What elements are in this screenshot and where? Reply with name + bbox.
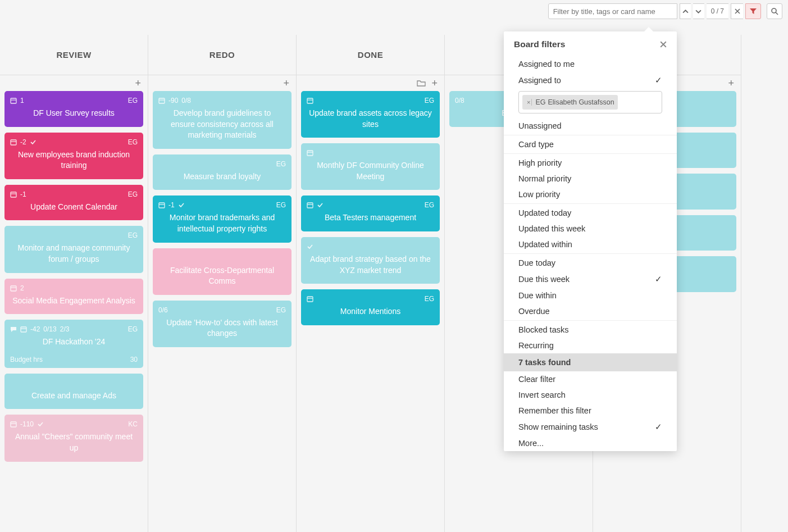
svg-rect-10 (307, 151, 313, 156)
filter-normal-priority[interactable]: Normal priority (504, 171, 677, 187)
filter-updated-today[interactable]: Updated today (504, 205, 677, 221)
archive-button[interactable] (417, 79, 426, 87)
card-title: Monitor and manage community forum / gro… (10, 240, 138, 268)
kanban-card[interactable]: -900/8Develop brand guidelines to ensure… (153, 91, 291, 149)
board-filter-button[interactable] (745, 3, 761, 19)
filter-invert[interactable]: Invert search (504, 387, 677, 403)
svg-point-0 (772, 8, 776, 13)
filter-icon (749, 7, 757, 15)
card-fraction: 2/3 (60, 325, 70, 333)
comment-icon (10, 326, 17, 333)
card-title: Update Conent Calendar (10, 199, 138, 216)
card-title: DF Hackathon '24 (10, 334, 138, 351)
search-button[interactable] (767, 3, 782, 19)
kanban-card[interactable]: -1EGUpdate Conent Calendar (4, 185, 143, 221)
kanban-card[interactable]: EGUpdate brand assets across legacy site… (301, 91, 440, 138)
chevron-down-icon (695, 8, 702, 15)
card-due: -90 (168, 97, 178, 104)
add-card-button[interactable]: + (135, 78, 141, 89)
card-progress: 0/8 (181, 97, 191, 104)
filter-next-button[interactable] (693, 3, 704, 19)
svg-rect-3 (11, 192, 16, 197)
filter-recurring[interactable]: Recurring (504, 338, 677, 353)
filter-low-priority[interactable]: Low priority (504, 187, 677, 202)
assigned-to-chip-input[interactable]: × EG Elisabeth Gustafsson (518, 91, 662, 113)
filter-overdue[interactable]: Overdue (504, 303, 677, 319)
chip-remove-button[interactable]: × (526, 99, 532, 106)
kanban-card[interactable]: 0/6EGUpdate 'How-to' docs with latest ch… (153, 301, 291, 347)
card-assignee: EG (276, 306, 286, 314)
calendar-icon (10, 139, 17, 145)
kanban-card[interactable]: -2EGNew employees brand induction traini… (4, 133, 143, 179)
calendar-icon (158, 202, 165, 208)
kanban-card[interactable]: -420/132/3EGDF Hackathon '24Budget hrs30 (4, 320, 143, 368)
filter-high-priority[interactable]: High priority (504, 155, 677, 171)
filter-assigned-to-me[interactable]: Assigned to me (504, 56, 677, 72)
filter-card-type[interactable]: Card type (504, 137, 677, 152)
kanban-card[interactable]: 1EGDF User Survey results (4, 91, 143, 127)
card-assignee: EG (276, 201, 286, 209)
search-icon (771, 7, 778, 15)
calendar-icon (10, 285, 17, 292)
kanban-card[interactable]: Create and manage Ads (4, 374, 143, 410)
filter-show-remaining[interactable]: Show remaining tasks✓ (504, 419, 677, 435)
filter-remember[interactable]: Remember this filter (504, 403, 677, 419)
card-assignee: EG (128, 325, 138, 333)
calendar-icon (307, 202, 313, 208)
card-progress: 0/8 (455, 97, 464, 104)
filter-more[interactable]: More... (504, 435, 677, 451)
filter-assigned-to[interactable]: Assigned to✓ (504, 72, 677, 89)
close-icon (660, 41, 667, 48)
card-meta: -1EG (10, 189, 138, 199)
panel-title: Board filters (514, 39, 565, 49)
add-card-button[interactable]: + (728, 78, 734, 89)
card-due: 2 (20, 284, 24, 292)
kanban-card[interactable]: -110KCAnnual "Cheers" community meet up (4, 415, 143, 461)
kanban-card[interactable]: Adapt brand strategy based on the XYZ ma… (301, 237, 440, 284)
chevron-up-icon (682, 8, 689, 15)
card-assignee: EG (128, 97, 138, 104)
card-due: -1 (168, 201, 175, 209)
card-extra: Budget hrs30 (10, 351, 138, 363)
folder-icon (417, 79, 426, 87)
card-meta: EG (307, 96, 434, 106)
check-icon (307, 243, 313, 250)
filter-clear-button[interactable] (731, 3, 743, 19)
panel-close-button[interactable] (660, 41, 667, 48)
filter-updated-week[interactable]: Updated this week (504, 221, 677, 237)
card-meta: -420/132/3EG (10, 324, 138, 334)
filter-updated-within[interactable]: Updated within (504, 237, 677, 252)
card-title: Create and manage Ads (10, 388, 138, 405)
filter-due-today[interactable]: Due today (504, 255, 677, 271)
svg-rect-9 (307, 98, 313, 103)
filter-blocked[interactable]: Blocked tasks (504, 322, 677, 338)
card-meta: -110KC (10, 419, 138, 429)
column-actions: + (148, 75, 296, 91)
card-title: Annual "Cheers" community meet up (10, 429, 138, 457)
filter-clear[interactable]: Clear filter (504, 371, 677, 387)
calendar-icon (307, 149, 313, 156)
filter-prev-button[interactable] (680, 3, 691, 19)
card-meta (158, 253, 286, 263)
kanban-card[interactable]: EGMonitor Mentions (301, 289, 440, 325)
kanban-card[interactable]: -1EGMonitor brand trademarks and intelle… (153, 195, 291, 242)
kanban-card[interactable]: EGMeasure brand loyalty (153, 154, 291, 190)
add-card-button[interactable]: + (283, 78, 289, 89)
filter-input[interactable] (548, 3, 677, 19)
filter-due-week[interactable]: Due this week✓ (504, 271, 677, 288)
add-card-button[interactable]: + (431, 78, 438, 89)
check-icon (317, 202, 324, 208)
kanban-card[interactable]: Facilitate Cross-Departmental Comms (153, 248, 291, 295)
kanban-card[interactable]: EGBeta Testers management (301, 195, 440, 231)
filter-due-within[interactable]: Due within (504, 288, 677, 303)
card-title: DF User Survey results (10, 106, 138, 122)
filter-unassigned[interactable]: Unassigned (504, 118, 677, 134)
kanban-card[interactable]: 2Social Media Engagement Analysis (4, 279, 143, 315)
cards-container: -900/8Develop brand guidelines to ensure… (148, 91, 296, 358)
kanban-card[interactable]: EGMonitor and manage community forum / g… (4, 226, 143, 272)
calendar-icon (307, 97, 313, 104)
assigned-to-input-wrapper: × EG Elisabeth Gustafsson (504, 89, 677, 118)
calendar-icon (10, 97, 17, 104)
card-assignee: EG (425, 97, 434, 104)
kanban-card[interactable]: Monthly DF Community Online Meeting (301, 143, 440, 190)
